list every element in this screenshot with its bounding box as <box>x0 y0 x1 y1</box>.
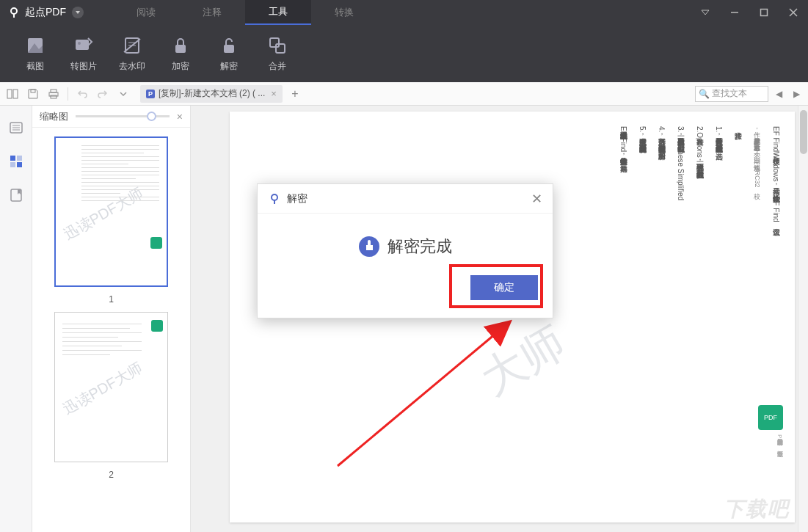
doc-tab-label: [复制]-新建文本文档 (2) ( ... <box>159 87 265 100</box>
svg-rect-18 <box>31 90 35 92</box>
tab-tools[interactable]: 工具 <box>245 0 311 25</box>
outline-icon[interactable] <box>7 119 25 136</box>
left-rail <box>0 106 32 532</box>
tool-remove-watermark[interactable]: 去水印 <box>113 35 151 73</box>
svg-rect-27 <box>17 156 22 161</box>
search-placeholder: 查找文本 <box>712 87 747 100</box>
app-menu-dropdown[interactable] <box>72 7 84 18</box>
toolbar: 截图 转图片 去水印 加密 解密 合并 <box>0 25 808 82</box>
tool-merge[interactable]: 合并 <box>258 35 296 73</box>
svg-rect-16 <box>7 90 12 98</box>
svg-rect-14 <box>270 38 279 47</box>
thumbnail-list: 迅读PDF大师 1 迅读PDF大师 2 <box>32 128 190 532</box>
pdf-page-badge <box>151 320 163 332</box>
svg-rect-29 <box>17 162 22 167</box>
tab-annotate[interactable]: 注释 <box>179 0 245 25</box>
ok-button[interactable]: 确定 <box>470 275 538 300</box>
thumbnail-panel: 缩略图 × 迅读PDF大师 1 迅读PDF大师 2 <box>32 106 191 532</box>
thumbnail-page-2[interactable]: 迅读PDF大师 <box>54 312 168 462</box>
dialog-app-icon <box>268 192 281 205</box>
svg-line-11 <box>124 39 140 52</box>
vertical-scrollbar[interactable] <box>798 106 808 532</box>
page-text-column: 4.选择好语言后，我们在窗口底部可以看到有确定标签，如下图所标示的 <box>655 126 667 478</box>
tool-label: 加密 <box>172 60 189 73</box>
tool-encrypt[interactable]: 加密 <box>161 35 200 73</box>
scrollbar-thumb[interactable] <box>800 110 807 154</box>
page-text-column: 方法步骤 <box>732 126 743 478</box>
prev-result-icon[interactable]: ◀ <box>771 86 786 102</box>
divider <box>68 87 68 101</box>
title-bar: 起点PDF 阅读 注释 工具 转换 <box>0 0 808 25</box>
dialog-title: 解密 <box>287 192 531 205</box>
svg-point-0 <box>11 8 17 14</box>
tool-decrypt[interactable]: 解密 <box>210 35 248 73</box>
tool-to-image[interactable]: 转图片 <box>65 35 103 73</box>
minimize-button[interactable] <box>720 0 749 25</box>
chevron-down-icon[interactable] <box>115 86 131 102</box>
pin-icon[interactable] <box>691 0 720 25</box>
page-number: 2 <box>109 470 114 480</box>
redo-icon[interactable] <box>95 86 111 102</box>
download-watermark: 下载吧 <box>724 495 790 523</box>
merge-icon <box>267 35 288 56</box>
svg-point-31 <box>272 194 277 200</box>
tool-label: 去水印 <box>119 60 145 73</box>
print-icon[interactable] <box>46 86 62 102</box>
app-logo-icon <box>7 6 21 19</box>
svg-rect-6 <box>76 40 89 50</box>
tool-label: 截图 <box>26 60 44 73</box>
app-name: 起点PDF <box>25 6 66 19</box>
page-footer-text: 图文推荐是最全的PDF专业下载打印 <box>775 434 783 446</box>
page-text-column: 2.接着在Options选项下方会出现一个下拉栏，我们在下拉栏的最底端找到 <box>694 126 705 478</box>
document-view[interactable]: 大师 EF Find是技巧中Windows搜索工具，这款软件功能强大。EF Fi… <box>191 106 808 532</box>
add-tab-button[interactable]: + <box>287 86 303 102</box>
close-tab-icon[interactable]: × <box>271 88 277 99</box>
dialog-close-icon[interactable]: ✕ <box>531 191 542 207</box>
lock-icon <box>170 35 191 56</box>
tab-read[interactable]: 阅读 <box>113 0 179 25</box>
thumbnail-page-1[interactable]: 迅读PDF大师 <box>54 136 168 287</box>
svg-rect-2 <box>761 10 768 16</box>
view-mode-icon[interactable] <box>4 86 21 102</box>
tool-label: 转图片 <box>70 60 97 73</box>
dialog-header: 解密 ✕ <box>258 184 553 214</box>
svg-rect-15 <box>276 44 285 53</box>
panel-close-icon[interactable]: × <box>177 111 183 123</box>
save-icon[interactable] <box>25 86 41 102</box>
tab-convert[interactable]: 转换 <box>311 0 377 25</box>
thumbnail-header: 缩略图 × <box>32 106 190 128</box>
page-text-column: 5.完成以上所有步骤后，我们就可以看到软件界面上的所有选项就会变成 <box>636 126 648 478</box>
close-button[interactable] <box>779 0 808 25</box>
page-text-column: 以上就是小编给大家整理的EF Find设置中文的具体操作方法，方法简单易 <box>617 126 629 478</box>
document-tab[interactable]: P [复制]-新建文本文档 (2) ( ... × <box>140 85 283 103</box>
page-text-column: 3.然后界面上就会弹出一个窗口，我们在窗口中找到Chinese Simplifi… <box>674 126 686 478</box>
thumbnails-icon[interactable] <box>7 153 25 170</box>
document-tab-bar: P [复制]-新建文本文档 (2) ( ... × + 🔍 查找文本 ◀ ▶ <box>0 82 808 106</box>
svg-point-7 <box>78 42 81 45</box>
maximize-button[interactable] <box>749 0 779 25</box>
bookmark-icon[interactable] <box>7 186 25 204</box>
svg-rect-13 <box>224 45 234 53</box>
image-convert-icon <box>73 35 94 56</box>
dialog-body: 解密完成 确定 <box>258 214 553 318</box>
tool-label: 合并 <box>269 60 286 73</box>
screenshot-icon <box>25 35 46 56</box>
undo-icon[interactable] <box>74 86 90 102</box>
main-area: 缩略图 × 迅读PDF大师 1 迅读PDF大师 2 大师 EF Find <box>0 106 808 532</box>
page-text-column: 1.首先打开软件进入主界面，我们看到的就是这样一个英文界面，点击选 <box>713 126 724 478</box>
success-hand-icon <box>358 236 380 258</box>
thumbnail-size-slider[interactable] <box>76 115 170 117</box>
tool-screenshot[interactable]: 截图 <box>16 35 54 73</box>
next-result-icon[interactable]: ▶ <box>789 86 804 102</box>
dialog-message: 解密完成 <box>387 236 452 258</box>
search-input[interactable]: 🔍 查找文本 <box>695 86 768 102</box>
pdf-page-badge: PDF <box>758 405 783 430</box>
watermark-text: 大师 <box>470 313 576 409</box>
svg-rect-26 <box>10 156 15 161</box>
window-controls <box>691 0 808 25</box>
watermark-text: 迅读PDF大师 <box>59 358 145 419</box>
svg-rect-17 <box>13 90 18 98</box>
search-icon: 🔍 <box>699 89 710 99</box>
unlock-icon <box>219 35 239 56</box>
watermark-icon <box>122 35 142 56</box>
